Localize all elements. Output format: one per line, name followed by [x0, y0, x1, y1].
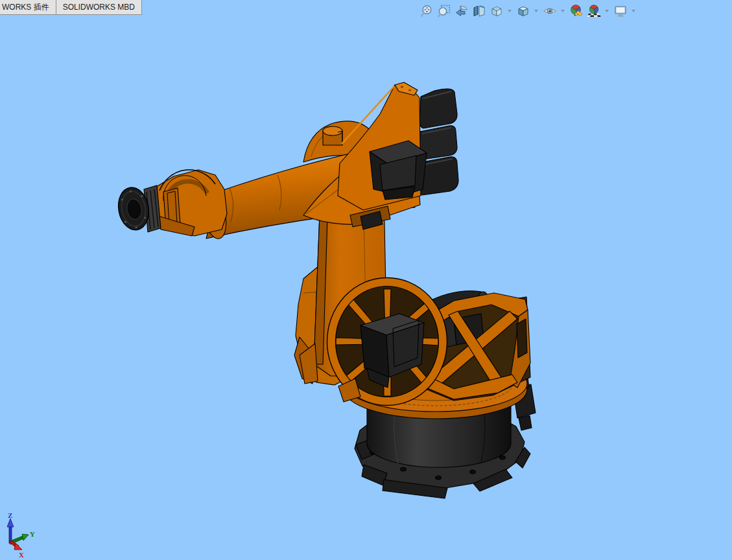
edit-appearance-icon	[569, 4, 584, 18]
svg-text:Y: Y	[30, 530, 35, 538]
display-style-button[interactable]	[515, 3, 531, 19]
apply-scene-button[interactable]	[586, 3, 602, 19]
section-view-icon	[472, 4, 486, 18]
edit-appearance-button[interactable]	[569, 3, 584, 19]
apply-scene-dropdown-caret[interactable]	[604, 3, 610, 19]
svg-text:X: X	[19, 551, 24, 559]
view-settings-icon	[613, 4, 628, 18]
robot-model[interactable]	[115, 82, 536, 498]
zoom-to-area-icon	[437, 4, 451, 18]
view-orientation-dropdown-caret[interactable]	[506, 3, 513, 19]
triad-x-axis: X	[9, 541, 24, 559]
command-manager-tab-strip: WORKS 插件 SOLIDWORKS MBD	[0, 0, 142, 15]
apply-scene-icon	[587, 4, 601, 18]
view-orientation-button[interactable]	[489, 3, 504, 19]
hide-show-items-icon	[543, 4, 557, 18]
graphics-viewport[interactable]	[0, 0, 732, 560]
tab-solidworks-addins[interactable]: WORKS 插件	[0, 0, 56, 15]
tab-solidworks-mbd[interactable]: SOLIDWORKS MBD	[56, 0, 142, 15]
section-view-button[interactable]	[471, 3, 487, 19]
heads-up-view-toolbar	[419, 3, 639, 19]
zoom-to-fit-button[interactable]	[419, 3, 434, 19]
zoom-to-area-button[interactable]	[436, 3, 452, 19]
orientation-triad: Z Y X	[1, 512, 40, 560]
previous-view-button[interactable]	[454, 3, 469, 19]
zoom-to-fit-icon	[419, 4, 434, 18]
view-orientation-icon	[490, 4, 504, 18]
triad-z-axis: Z	[7, 512, 14, 543]
view-settings-dropdown-caret[interactable]	[630, 3, 637, 19]
display-style-dropdown-caret[interactable]	[533, 3, 539, 19]
display-style-icon	[516, 4, 530, 18]
view-settings-button[interactable]	[613, 3, 628, 19]
hide-show-items-button[interactable]	[542, 3, 558, 19]
robot-wrist[interactable]	[144, 170, 227, 236]
hide-show-items-dropdown-caret[interactable]	[560, 3, 566, 19]
svg-text:Z: Z	[8, 512, 12, 519]
previous-view-icon	[455, 4, 469, 18]
